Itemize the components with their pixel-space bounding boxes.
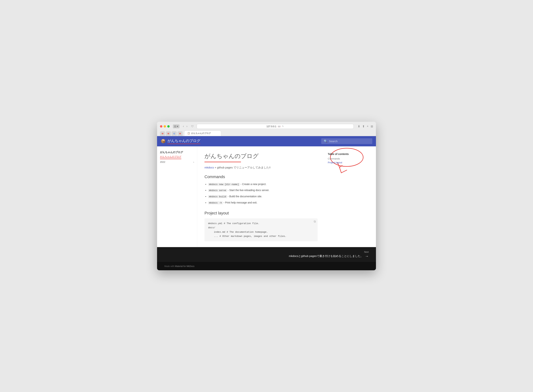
code-line: index.md # The documentation homepage. — [208, 230, 314, 234]
next-label: Next — [289, 251, 369, 253]
maximize-button[interactable] — [167, 125, 170, 128]
code-line: ... # Other markdown pages, images and o… — [208, 234, 314, 238]
command-code: mkdocs new [dir-name] — [208, 183, 240, 186]
command-code: mkdocs serve — [208, 189, 227, 192]
site-logo[interactable]: 📦 がんちゃんのブログ — [161, 138, 200, 144]
page-footer: Next mkdocsとgithub pagesで書き付けを始めることにしました… — [157, 247, 376, 262]
tab-title: がんちゃんのブログ — [191, 132, 211, 135]
sidebar-year-text: 2022 — [160, 161, 165, 163]
url-bar[interactable]: 127.0.0.1 📖 ↻ — [197, 124, 353, 129]
forward-button[interactable]: › — [185, 124, 188, 128]
list-item: mkdocs serve - Start the live-reloading … — [208, 188, 318, 192]
refresh-icon: ↻ — [282, 125, 284, 128]
subtitle: mkdocs + github pages でリニューアルしてみました!! — [204, 166, 318, 169]
material-mkdocs-link[interactable]: Material for MkDocs — [175, 265, 195, 267]
sidebar-expand-arrow[interactable]: › — [193, 161, 194, 163]
sidebar-blog-link[interactable]: がんちゃんのブログ — [160, 155, 181, 159]
page-body: がんちゃんのブログ がんちゃんのブログ 2022 › がんちゃんのブログ mkd… — [157, 146, 376, 247]
next-title: mkdocsとgithub pagesで書き付けを始めることにしました。 → — [289, 254, 369, 258]
sidebar-year: 2022 › — [160, 161, 194, 163]
site-header: 📦 がんちゃんのブログ 🔍 Search — [157, 136, 376, 146]
made-with-bar: Made with Material for MkDocs — [157, 262, 376, 270]
minimize-button[interactable] — [164, 125, 166, 128]
left-sidebar: がんちゃんのブログ がんちゃんのブログ 2022 › — [157, 146, 197, 247]
logo-icon: 📦 — [161, 139, 166, 144]
list-item: mkdocs build - Build the documentation s… — [208, 194, 318, 199]
copy-code-button[interactable]: ⧉ — [314, 220, 316, 223]
commands-title: Commands — [204, 174, 318, 179]
main-content: がんちゃんのブログ mkdocs + github pages でリニューアルし… — [197, 146, 325, 247]
next-title-text: mkdocsとgithub pagesで書き付けを始めることにしました。 — [289, 254, 363, 258]
toc-title: Table of contents — [328, 153, 366, 155]
subtitle-rest: + github pages でリニューアルしてみました!! — [215, 166, 270, 169]
traffic-lights — [160, 125, 170, 128]
page-title: がんちゃんのブログ — [204, 152, 318, 160]
tabs-overview-button[interactable]: ⊞ — [371, 125, 373, 128]
sidebar-toggle-button[interactable]: ⊡ ▾ — [173, 125, 180, 128]
list-item: mkdocs new [dir-name] - Create a new pro… — [208, 182, 318, 187]
browser-chrome: ⊡ ▾ ‹ › 🛡 127.0.0.1 📖 ↻ ⬇ ⬆ + ⊞ M M G — [157, 122, 376, 136]
site-title: がんちゃんのブログ — [167, 138, 200, 144]
pinned-tab-gmail1[interactable]: M — [160, 131, 165, 136]
toc-item-project-layout[interactable]: Project layout — [328, 161, 366, 164]
code-line: docs/ — [208, 226, 314, 230]
close-button[interactable] — [160, 125, 162, 128]
downloads-button[interactable]: ⬇ — [358, 125, 360, 128]
new-tab-button[interactable]: + — [367, 125, 368, 128]
reader-mode-icon: 📖 — [278, 125, 281, 128]
next-section[interactable]: Next mkdocsとgithub pagesで書き付けを始めることにしました… — [289, 251, 369, 258]
svg-line-1 — [339, 167, 341, 173]
made-with-text: Made with Material for MkDocs — [164, 265, 195, 267]
sidebar-site-title: がんちゃんのブログ — [160, 151, 194, 154]
url-text: 127.0.0.1 — [267, 125, 276, 128]
mkdocs-link[interactable]: mkdocs — [204, 166, 214, 169]
active-tab[interactable]: 📋 がんちゃんのブログ — [184, 131, 221, 136]
tab-favicon: 📋 — [187, 132, 190, 135]
title-underline — [204, 162, 241, 162]
pinned-tab-gmail2[interactable]: M — [166, 131, 171, 136]
toc-item-commands[interactable]: Commands — [328, 157, 366, 160]
command-code: mkdocs build — [208, 195, 227, 198]
code-block: ⧉ mkdocs.yml # The configuration file. d… — [204, 219, 318, 242]
security-icon[interactable]: 🛡 — [190, 125, 195, 128]
next-arrow-icon: → — [365, 254, 369, 258]
back-button[interactable]: ‹ — [182, 124, 185, 128]
project-layout-title: Project layout — [204, 211, 318, 215]
search-icon: 🔍 — [324, 140, 327, 143]
list-item: mkdocs -h - Print help message and exit. — [208, 201, 318, 205]
right-sidebar: Table of contents Commands Project layou… — [325, 146, 369, 247]
commands-list: mkdocs new [dir-name] - Create a new pro… — [204, 182, 318, 205]
pinned-tab-google[interactable]: G — [172, 131, 177, 136]
search-placeholder: Search — [329, 140, 338, 143]
pinned-tab-gmail3[interactable]: M — [177, 131, 183, 136]
command-code: mkdocs -h — [208, 201, 223, 204]
code-line: mkdocs.yml # The configuration file. — [208, 221, 314, 226]
browser-tabs: M M G M 📋 がんちゃんのブログ — [160, 131, 373, 136]
search-bar[interactable]: 🔍 Search — [321, 138, 372, 144]
svg-line-2 — [341, 170, 347, 173]
share-button[interactable]: ⬆ — [362, 125, 365, 128]
